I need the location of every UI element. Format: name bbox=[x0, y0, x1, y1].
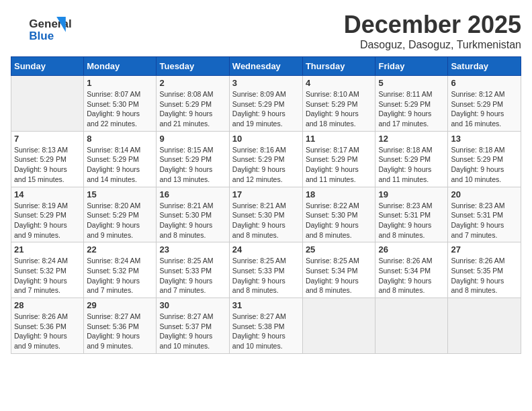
day-number: 8 bbox=[87, 134, 153, 144]
day-number: 12 bbox=[378, 134, 445, 144]
calendar-cell: 23Sunrise: 8:25 AMSunset: 5:33 PMDayligh… bbox=[157, 242, 229, 298]
title-area: December 2025 Dasoguz, Dasoguz, Turkmeni… bbox=[344, 11, 521, 51]
weekday-header-thursday: Thursday bbox=[302, 57, 375, 76]
day-info: Sunrise: 8:24 AMSunset: 5:32 PMDaylight:… bbox=[14, 256, 81, 295]
calendar-cell bbox=[11, 76, 84, 132]
calendar-cell: 31Sunrise: 8:27 AMSunset: 5:38 PMDayligh… bbox=[229, 298, 302, 354]
day-info: Sunrise: 8:16 AMSunset: 5:29 PMDaylight:… bbox=[232, 145, 300, 185]
day-number: 26 bbox=[378, 244, 445, 255]
calendar-cell: 22Sunrise: 8:24 AMSunset: 5:32 PMDayligh… bbox=[84, 242, 157, 298]
calendar-cell: 7Sunrise: 8:13 AMSunset: 5:29 PMDaylight… bbox=[11, 131, 84, 187]
svg-text:Blue: Blue bbox=[29, 30, 54, 42]
day-info: Sunrise: 8:25 AMSunset: 5:33 PMDaylight:… bbox=[159, 256, 226, 295]
calendar-cell: 16Sunrise: 8:21 AMSunset: 5:30 PMDayligh… bbox=[157, 187, 229, 242]
calendar-cell: 15Sunrise: 8:20 AMSunset: 5:29 PMDayligh… bbox=[84, 187, 157, 242]
day-info: Sunrise: 8:23 AMSunset: 5:31 PMDaylight:… bbox=[451, 201, 518, 240]
day-number: 28 bbox=[14, 300, 81, 310]
day-info: Sunrise: 8:26 AMSunset: 5:36 PMDaylight:… bbox=[14, 312, 81, 351]
day-info: Sunrise: 8:17 AMSunset: 5:29 PMDaylight:… bbox=[306, 145, 373, 185]
calendar-cell: 19Sunrise: 8:23 AMSunset: 5:31 PMDayligh… bbox=[375, 187, 448, 242]
calendar-cell: 14Sunrise: 8:19 AMSunset: 5:29 PMDayligh… bbox=[11, 187, 84, 242]
day-info: Sunrise: 8:21 AMSunset: 5:30 PMDaylight:… bbox=[159, 201, 226, 240]
day-info: Sunrise: 8:27 AMSunset: 5:36 PMDaylight:… bbox=[87, 312, 153, 351]
calendar-cell: 29Sunrise: 8:27 AMSunset: 5:36 PMDayligh… bbox=[84, 298, 157, 354]
day-info: Sunrise: 8:07 AMSunset: 5:30 PMDaylight:… bbox=[87, 89, 153, 129]
header: General Blue December 2025 Dasoguz, Daso… bbox=[11, 11, 521, 51]
location-title: Dasoguz, Dasoguz, Turkmenistan bbox=[344, 39, 521, 51]
calendar-cell: 25Sunrise: 8:25 AMSunset: 5:34 PMDayligh… bbox=[302, 242, 375, 298]
month-title: December 2025 bbox=[344, 11, 521, 39]
day-number: 14 bbox=[14, 189, 81, 199]
day-number: 17 bbox=[232, 189, 300, 199]
day-number: 16 bbox=[159, 189, 226, 199]
calendar-cell: 12Sunrise: 8:18 AMSunset: 5:29 PMDayligh… bbox=[375, 131, 448, 187]
day-number: 20 bbox=[451, 189, 518, 199]
day-info: Sunrise: 8:12 AMSunset: 5:29 PMDaylight:… bbox=[451, 89, 518, 129]
day-number: 15 bbox=[87, 189, 153, 199]
day-info: Sunrise: 8:08 AMSunset: 5:29 PMDaylight:… bbox=[159, 89, 226, 129]
calendar-cell bbox=[302, 298, 375, 354]
logo-icon: General Blue bbox=[11, 11, 78, 44]
day-number: 4 bbox=[306, 78, 373, 88]
day-info: Sunrise: 8:27 AMSunset: 5:38 PMDaylight:… bbox=[232, 312, 300, 351]
day-info: Sunrise: 8:25 AMSunset: 5:34 PMDaylight:… bbox=[306, 256, 373, 295]
calendar-cell: 20Sunrise: 8:23 AMSunset: 5:31 PMDayligh… bbox=[448, 187, 521, 242]
day-number: 2 bbox=[159, 78, 226, 88]
day-number: 6 bbox=[451, 78, 518, 88]
weekday-header-wednesday: Wednesday bbox=[229, 57, 302, 76]
day-info: Sunrise: 8:11 AMSunset: 5:29 PMDaylight:… bbox=[378, 89, 445, 129]
calendar-cell: 2Sunrise: 8:08 AMSunset: 5:29 PMDaylight… bbox=[157, 76, 229, 132]
day-info: Sunrise: 8:21 AMSunset: 5:30 PMDaylight:… bbox=[232, 201, 300, 240]
calendar-week-2: 7Sunrise: 8:13 AMSunset: 5:29 PMDaylight… bbox=[11, 131, 521, 187]
day-info: Sunrise: 8:20 AMSunset: 5:29 PMDaylight:… bbox=[87, 201, 153, 240]
day-number: 5 bbox=[378, 78, 445, 88]
day-number: 3 bbox=[232, 78, 300, 88]
day-info: Sunrise: 8:15 AMSunset: 5:29 PMDaylight:… bbox=[159, 145, 226, 185]
day-info: Sunrise: 8:18 AMSunset: 5:29 PMDaylight:… bbox=[378, 145, 445, 185]
calendar-cell: 3Sunrise: 8:09 AMSunset: 5:29 PMDaylight… bbox=[229, 76, 302, 132]
day-number: 21 bbox=[14, 244, 81, 255]
weekday-header-row: SundayMondayTuesdayWednesdayThursdayFrid… bbox=[11, 57, 521, 76]
day-info: Sunrise: 8:27 AMSunset: 5:37 PMDaylight:… bbox=[159, 312, 226, 351]
calendar-cell: 17Sunrise: 8:21 AMSunset: 5:30 PMDayligh… bbox=[229, 187, 302, 242]
calendar-cell: 5Sunrise: 8:11 AMSunset: 5:29 PMDaylight… bbox=[375, 76, 448, 132]
day-number: 22 bbox=[87, 244, 153, 255]
day-number: 18 bbox=[306, 189, 373, 199]
day-number: 19 bbox=[378, 189, 445, 199]
day-number: 27 bbox=[451, 244, 518, 255]
calendar-week-5: 28Sunrise: 8:26 AMSunset: 5:36 PMDayligh… bbox=[11, 298, 521, 354]
weekday-header-sunday: Sunday bbox=[11, 57, 84, 76]
weekday-header-saturday: Saturday bbox=[448, 57, 521, 76]
day-number: 23 bbox=[159, 244, 226, 255]
calendar-cell: 26Sunrise: 8:26 AMSunset: 5:34 PMDayligh… bbox=[375, 242, 448, 298]
day-number: 10 bbox=[232, 134, 300, 144]
calendar-cell: 11Sunrise: 8:17 AMSunset: 5:29 PMDayligh… bbox=[302, 131, 375, 187]
weekday-header-monday: Monday bbox=[84, 57, 157, 76]
logo: General Blue bbox=[11, 11, 71, 40]
day-info: Sunrise: 8:26 AMSunset: 5:34 PMDaylight:… bbox=[378, 256, 445, 295]
calendar-cell bbox=[375, 298, 448, 354]
day-info: Sunrise: 8:25 AMSunset: 5:33 PMDaylight:… bbox=[232, 256, 300, 295]
day-info: Sunrise: 8:24 AMSunset: 5:32 PMDaylight:… bbox=[87, 256, 153, 295]
day-number: 7 bbox=[14, 134, 81, 144]
day-info: Sunrise: 8:18 AMSunset: 5:29 PMDaylight:… bbox=[451, 145, 518, 185]
day-info: Sunrise: 8:10 AMSunset: 5:29 PMDaylight:… bbox=[306, 89, 373, 129]
calendar-week-3: 14Sunrise: 8:19 AMSunset: 5:29 PMDayligh… bbox=[11, 187, 521, 242]
day-number: 13 bbox=[451, 134, 518, 144]
weekday-header-tuesday: Tuesday bbox=[157, 57, 229, 76]
calendar-cell: 28Sunrise: 8:26 AMSunset: 5:36 PMDayligh… bbox=[11, 298, 84, 354]
day-info: Sunrise: 8:13 AMSunset: 5:29 PMDaylight:… bbox=[14, 145, 81, 185]
calendar-cell: 4Sunrise: 8:10 AMSunset: 5:29 PMDaylight… bbox=[302, 76, 375, 132]
calendar-cell: 6Sunrise: 8:12 AMSunset: 5:29 PMDaylight… bbox=[448, 76, 521, 132]
day-number: 24 bbox=[232, 244, 300, 255]
calendar-cell: 21Sunrise: 8:24 AMSunset: 5:32 PMDayligh… bbox=[11, 242, 84, 298]
day-number: 25 bbox=[306, 244, 373, 255]
calendar-cell: 24Sunrise: 8:25 AMSunset: 5:33 PMDayligh… bbox=[229, 242, 302, 298]
calendar-cell: 10Sunrise: 8:16 AMSunset: 5:29 PMDayligh… bbox=[229, 131, 302, 187]
calendar-cell: 9Sunrise: 8:15 AMSunset: 5:29 PMDaylight… bbox=[157, 131, 229, 187]
day-info: Sunrise: 8:14 AMSunset: 5:29 PMDaylight:… bbox=[87, 145, 153, 185]
day-info: Sunrise: 8:23 AMSunset: 5:31 PMDaylight:… bbox=[378, 201, 445, 240]
day-info: Sunrise: 8:19 AMSunset: 5:29 PMDaylight:… bbox=[14, 201, 81, 240]
calendar-cell: 8Sunrise: 8:14 AMSunset: 5:29 PMDaylight… bbox=[84, 131, 157, 187]
calendar: SundayMondayTuesdayWednesdayThursdayFrid… bbox=[11, 56, 521, 354]
